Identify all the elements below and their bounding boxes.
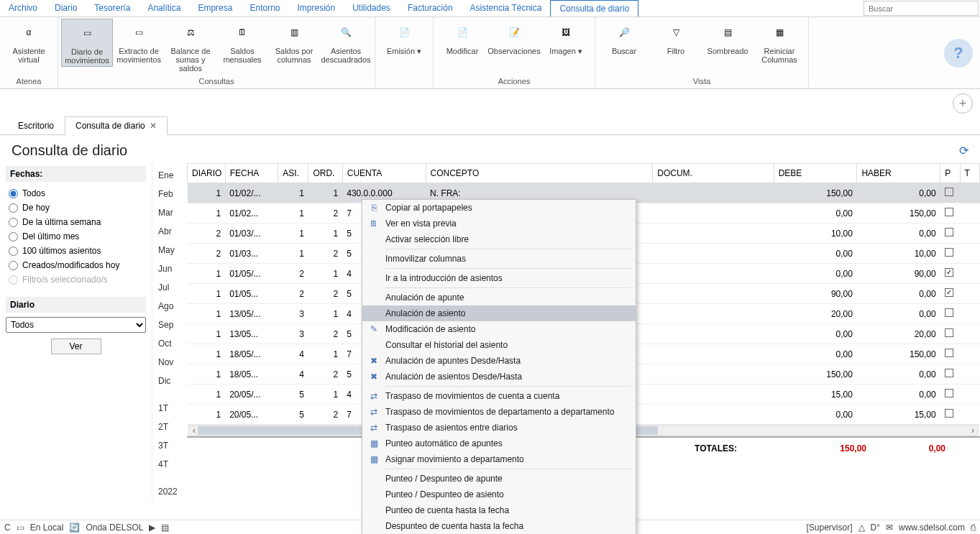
status-C[interactable]: C (4, 523, 11, 533)
month-ago[interactable]: Ago (152, 297, 187, 316)
status-▶[interactable]: ▶ (149, 523, 155, 533)
ctx-traspaso-de-asientos-entre-diarios[interactable]: ⇄Traspaso de asientos entre diarios (362, 420, 636, 436)
month-nov[interactable]: Nov (152, 353, 187, 372)
refresh-icon[interactable]: ⟳ (959, 144, 968, 157)
radio-de-la-ltima-semana[interactable]: De la última semana (6, 215, 146, 229)
tab-consulta-de-diario[interactable]: Consulta de diario✕ (65, 116, 168, 135)
ctx-ver-en-vista-previa[interactable]: 🗎Ver en vista previa (362, 216, 636, 231)
ctx-despunteo-de-cuenta-hasta-la-fecha[interactable]: Despunteo de cuenta hasta la fecha (362, 518, 636, 534)
month-abr[interactable]: Abr (152, 222, 187, 241)
checkbox-p[interactable] (945, 308, 953, 317)
ctx-punteo-despunteo-de-asiento[interactable]: Punteo / Despunteo de asiento (362, 487, 636, 502)
col-asi[interactable]: ASI. (278, 164, 308, 183)
status-r-[Super[interactable]: [Supervisor] (806, 523, 852, 533)
col-debe[interactable]: DEBE (774, 164, 857, 183)
checkbox-p[interactable] (945, 328, 953, 337)
ribbon-extracto-de-movimientos[interactable]: ▭Extracto de movimientos (113, 19, 165, 65)
menu-empresa[interactable]: Empresa (189, 0, 241, 17)
ribbon-emisi-n[interactable]: 📄Emisión ▾ (378, 19, 430, 57)
ribbon-observaciones[interactable]: 📝Observaciones (488, 19, 540, 57)
ctx-ir-a-la-introducci-n-de-asientos[interactable]: Ir a la introducción de asientos (362, 270, 636, 286)
status-r-D°[interactable]: D° (871, 523, 880, 533)
month-feb[interactable]: Feb (152, 185, 187, 203)
status-r-⎙[interactable]: ⎙ (971, 523, 976, 533)
radio-todos[interactable]: Todos (6, 186, 146, 201)
month-jun[interactable]: Jun (152, 259, 187, 278)
ribbon-balance-de-sumas-y-saldos[interactable]: ⚖Balance de sumas y saldos (165, 19, 216, 74)
status-🔄[interactable]: 🔄 (69, 523, 80, 533)
ctx-punteo-de-cuenta-hasta-la-fecha[interactable]: Punteo de cuenta hasta la fecha (362, 502, 636, 518)
close-icon[interactable]: ✕ (150, 121, 157, 131)
ribbon-filtro[interactable]: ▽Filtro (650, 19, 702, 57)
ctx-traspaso-de-movimientos-de-departamento-a-departamento[interactable]: ⇄Traspaso de movimientos de departamento… (362, 404, 636, 420)
ribbon-modificar[interactable]: 📄Modificar (436, 19, 488, 57)
ctx-anulaci-n-de-apuntes-desde-hasta[interactable]: ✖Anulación de apuntes Desde/Hasta (362, 353, 636, 369)
checkbox-p[interactable] (945, 188, 953, 196)
status-r-www.sd[interactable]: www.sdelsol.com (899, 523, 965, 533)
radio-de-hoy[interactable]: De hoy (6, 201, 146, 215)
ctx-consultar-el-historial-del-asiento[interactable]: Consultar el historial del asiento (362, 337, 636, 353)
ctx-anulaci-n-de-asientos-desde-hasta[interactable]: ✖Anulación de asientos Desde/Hasta (362, 369, 636, 385)
col-fecha[interactable]: FECHA (225, 164, 278, 183)
tab-escritorio[interactable]: Escritorio (7, 116, 65, 134)
status-▭[interactable]: ▭ (17, 523, 24, 533)
add-icon[interactable]: + (953, 93, 973, 114)
checkbox-p[interactable] (945, 349, 953, 357)
help-icon[interactable]: ? (944, 39, 973, 68)
ctx-punteo-autom-tico-de-apuntes[interactable]: ▦Punteo automático de apuntes (362, 436, 636, 451)
ctx-activar-selecci-n-libre[interactable]: Activar selección libre (362, 231, 636, 247)
month-2022[interactable]: 2022 (152, 482, 187, 501)
status-▤[interactable]: ▤ (161, 523, 169, 533)
ctx-modificaci-n-de-asiento[interactable]: ✎Modificación de asiento (362, 321, 636, 337)
ribbon-asientos-descuadrados[interactable]: 🔍Asientos descuadrados (320, 19, 372, 65)
ctx-punteo-despunteo-de-apunte[interactable]: Punteo / Despunteo de apunte (362, 471, 636, 487)
checkbox-p[interactable] (945, 208, 953, 216)
month-dic[interactable]: Dic (152, 372, 187, 390)
month-3t[interactable]: 3T (152, 436, 187, 455)
col-diario[interactable]: DIARIO (188, 164, 226, 183)
month-1t[interactable]: 1T (152, 399, 187, 418)
menu-facturación[interactable]: Facturación (399, 0, 462, 17)
checkbox-p[interactable] (945, 288, 953, 297)
month-mar[interactable]: Mar (152, 203, 187, 222)
checkbox-p[interactable] (945, 228, 953, 236)
menu-utilidades[interactable]: Utilidades (344, 0, 399, 17)
ctx-anulaci-n-de-apunte[interactable]: Anulación de apunte (362, 290, 636, 305)
ribbon-saldos-mensuales[interactable]: 🗓Saldos mensuales (216, 19, 268, 65)
ribbon-saldos-por-columnas[interactable]: ▥Saldos por columnas (268, 19, 320, 65)
col-concepto[interactable]: CONCEPTO (426, 164, 653, 183)
col-ord[interactable]: ORD. (308, 164, 342, 183)
col-t[interactable]: T (960, 164, 979, 183)
menu-asistencia-técnica[interactable]: Asistencia Técnica (462, 0, 551, 17)
status-r-✉[interactable]: ✉ (886, 523, 893, 533)
ribbon-imagen[interactable]: 🖼Imagen ▾ (540, 19, 592, 57)
ribbon-diario-de-movimientos[interactable]: ▭Diario de movimientos (61, 19, 113, 67)
checkbox-p[interactable] (945, 268, 953, 277)
menu-entorno[interactable]: Entorno (241, 0, 288, 17)
ctx-inmovilizar-columnas[interactable]: Inmovilizar columnas (362, 251, 636, 267)
month-sep[interactable]: Sep (152, 316, 187, 334)
status-r-△[interactable]: △ (858, 523, 865, 533)
status-En Loc[interactable]: En Local (30, 523, 64, 533)
ribbon-asistente-virtual[interactable]: αAsistente virtual (3, 19, 55, 65)
menu-tesorería[interactable]: Tesorería (86, 0, 139, 17)
month-2t[interactable]: 2T (152, 418, 187, 436)
ctx-anulaci-n-de-asiento[interactable]: Anulación de asiento (362, 305, 636, 321)
radio-creados-modificados-hoy[interactable]: Creados/modificados hoy (6, 258, 146, 272)
ribbon-reiniciar-columnas[interactable]: ▦Reiniciar Columnas (754, 19, 805, 65)
col-docum[interactable]: DOCUM. (653, 164, 774, 183)
month-ene[interactable]: Ene (152, 166, 187, 185)
status-Onda D[interactable]: Onda DELSOL (86, 523, 143, 533)
checkbox-p[interactable] (945, 369, 953, 377)
radio--ltimos-asientos[interactable]: 100 últimos asientos (6, 244, 146, 258)
menu-consulta-de-diario[interactable]: Consulta de diario (550, 0, 638, 17)
ribbon-buscar[interactable]: 🔎Buscar (598, 19, 650, 57)
ctx-traspaso-de-movimientos-de-cuenta-a-cuenta[interactable]: ⇄Traspaso de movimientos de cuenta a cue… (362, 388, 636, 404)
col-p[interactable]: P (940, 164, 960, 183)
ctx-copiar-al-portapapeles[interactable]: ⎘Copiar al portapapeles (362, 200, 636, 216)
checkbox-p[interactable] (945, 389, 953, 397)
col-haber[interactable]: HABER (857, 164, 940, 183)
search-input[interactable] (864, 1, 979, 16)
radio-del-ltimo-mes[interactable]: Del último mes (6, 229, 146, 244)
month-may[interactable]: May (152, 241, 187, 259)
